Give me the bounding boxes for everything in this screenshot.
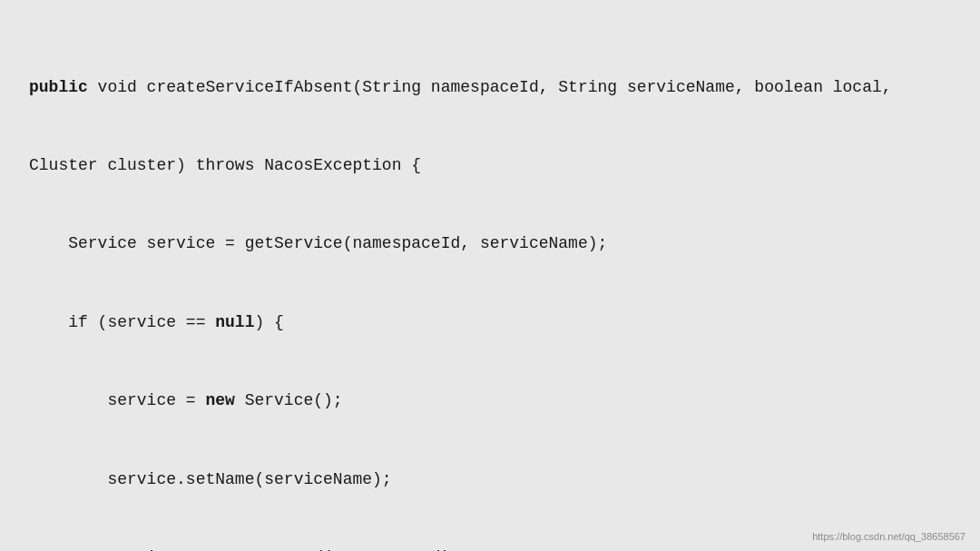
code-block: public void createServiceIfAbsent(String…	[29, 22, 951, 551]
code-container: public void createServiceIfAbsent(String…	[0, 0, 980, 551]
code-line-1: public void createServiceIfAbsent(String…	[29, 74, 951, 101]
keyword-public: public	[29, 78, 88, 96]
code-line-4: if (service == null) {	[29, 310, 951, 336]
code-line-5: service = new Service();	[29, 388, 951, 414]
keyword-null-1: null	[215, 313, 254, 331]
code-line-7: service.setNamespaceId(namespaceId);	[29, 545, 951, 551]
keyword-new: new	[205, 391, 234, 409]
code-line-2: Cluster cluster) throws NacosException {	[29, 153, 951, 179]
code-line-6: service.setName(serviceName);	[29, 467, 951, 493]
code-line-3: Service service = getService(namespaceId…	[29, 231, 951, 257]
watermark: https://blog.csdn.net/qq_38658567	[812, 531, 965, 542]
